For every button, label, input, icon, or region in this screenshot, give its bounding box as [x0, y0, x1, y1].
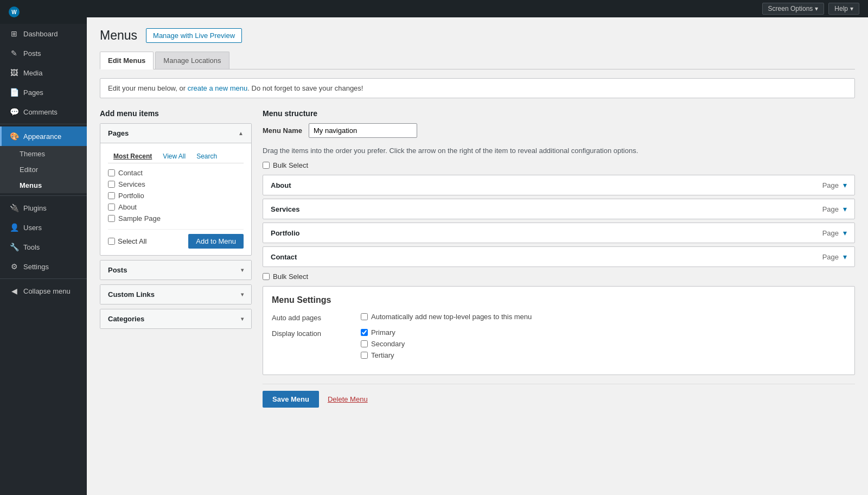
sidebar-item-label: Users [23, 224, 42, 232]
sidebar-item-appearance[interactable]: 🎨 Appearance [0, 126, 87, 146]
location-secondary-label: Secondary [371, 340, 405, 348]
help-button[interactable]: Help ▾ [828, 3, 859, 15]
location-primary-checkbox[interactable] [361, 329, 368, 336]
pages-item-portfolio[interactable]: Portfolio [108, 192, 244, 200]
sidebar-item-media[interactable]: 🖼 Media [0, 63, 87, 82]
delete-menu-button[interactable]: Delete Menu [328, 395, 368, 403]
categories-accordion-header[interactable]: Categories ▾ [100, 309, 251, 328]
screen-options-button[interactable]: Screen Options ▾ [762, 3, 825, 15]
users-icon: 👤 [9, 223, 19, 232]
location-tertiary-label: Tertiary [371, 351, 394, 359]
menu-item-portfolio-arrow-icon[interactable]: ▾ [843, 229, 847, 237]
two-col-layout: Add menu items Pages ▲ Most Recent View … [100, 109, 855, 408]
location-tertiary-checkbox[interactable] [361, 352, 368, 359]
plugins-icon: 🔌 [9, 204, 19, 212]
menu-name-row: Menu Name [263, 123, 855, 138]
menu-item-contact-arrow-icon[interactable]: ▾ [843, 252, 847, 261]
add-to-menu-button[interactable]: Add to Menu [188, 234, 244, 249]
sidebar-item-posts[interactable]: ✎ Posts [0, 43, 87, 63]
menu-settings-title: Menu Settings [272, 295, 846, 305]
menu-item-services-right: Page ▾ [822, 205, 847, 213]
menu-item-about-arrow-icon[interactable]: ▾ [843, 181, 847, 189]
categories-accordion: Categories ▾ [100, 309, 252, 329]
sidebar-item-comments[interactable]: 💬 Comments [0, 102, 87, 122]
menu-item-services-type: Page [822, 205, 839, 213]
sidebar-item-editor[interactable]: Editor [0, 162, 87, 177]
pages-checkbox-portfolio[interactable] [108, 192, 115, 199]
wp-icon: W [9, 7, 20, 17]
select-all-checkbox[interactable] [108, 238, 115, 245]
help-label: Help [834, 5, 848, 12]
subtab-most-recent[interactable]: Most Recent [108, 150, 157, 163]
display-location-label: Display location [272, 328, 348, 338]
display-location-row: Display location Primary Secondary [272, 328, 846, 359]
select-all-wrap[interactable]: Select All [108, 237, 146, 245]
appearance-icon: 🎨 [9, 132, 19, 141]
subtab-view-all[interactable]: View All [157, 150, 191, 163]
location-secondary-item[interactable]: Secondary [361, 340, 846, 348]
pages-accordion-label: Pages [108, 129, 129, 137]
bulk-select-bottom-checkbox[interactable] [263, 273, 270, 280]
pages-accordion-header[interactable]: Pages ▲ [100, 124, 251, 143]
pages-accordion-chevron-icon: ▲ [238, 130, 244, 136]
create-new-menu-link[interactable]: create a new menu [188, 84, 248, 92]
pages-item-about-label: About [118, 203, 137, 211]
save-menu-button[interactable]: Save Menu [263, 391, 319, 408]
auto-add-pages-item[interactable]: Automatically add new top-level pages to… [361, 313, 846, 321]
menu-item-portfolio[interactable]: Portfolio Page ▾ [263, 223, 855, 243]
subtab-search[interactable]: Search [191, 150, 222, 163]
tab-manage-locations[interactable]: Manage Locations [155, 52, 229, 69]
sidebar-item-menus[interactable]: Menus [0, 177, 87, 193]
sidebar-item-settings[interactable]: ⚙ Settings [0, 257, 87, 276]
sidebar-item-collapse[interactable]: ◀ Collapse menu [0, 281, 87, 301]
display-location-content: Primary Secondary Tertiary [361, 328, 846, 359]
menu-items-list: About Page ▾ Services Page ▾ [263, 175, 855, 267]
menu-item-contact[interactable]: Contact Page ▾ [263, 246, 855, 267]
pages-item-contact[interactable]: Contact [108, 169, 244, 177]
menu-item-contact-type: Page [822, 253, 839, 261]
bulk-select-top-checkbox[interactable] [263, 162, 270, 169]
auto-add-pages-checkbox[interactable] [361, 313, 368, 320]
menu-name-input[interactable] [309, 123, 417, 138]
drag-hint: Drag the items into the order you prefer… [263, 147, 855, 155]
pages-checkbox-about[interactable] [108, 204, 115, 211]
pages-checkbox-services[interactable] [108, 181, 115, 188]
info-text-before: Edit your menu below, or [108, 84, 188, 92]
sidebar-item-users[interactable]: 👤 Users [0, 218, 87, 237]
menu-item-contact-right: Page ▾ [822, 252, 847, 261]
bulk-select-bottom: Bulk Select [263, 272, 855, 281]
pages-checkbox-contact[interactable] [108, 169, 115, 176]
auto-add-pages-row: Auto add pages Automatically add new top… [272, 313, 846, 322]
sidebar-item-tools[interactable]: 🔧 Tools [0, 237, 87, 257]
menu-item-services-arrow-icon[interactable]: ▾ [843, 205, 847, 213]
pages-subtabs: Most Recent View All Search [108, 150, 244, 163]
categories-chevron-icon: ▾ [241, 316, 244, 322]
right-panel: Menu structure Menu Name Drag the items … [263, 109, 855, 408]
pages-checkbox-sample[interactable] [108, 215, 115, 222]
pages-item-services[interactable]: Services [108, 180, 244, 188]
sidebar-item-dashboard[interactable]: ⊞ Dashboard [0, 24, 87, 43]
pages-item-sample[interactable]: Sample Page [108, 214, 244, 223]
pages-item-about[interactable]: About [108, 203, 244, 211]
location-tertiary-item[interactable]: Tertiary [361, 351, 846, 359]
bulk-select-bottom-label: Bulk Select [273, 272, 308, 281]
menu-item-about-type: Page [822, 181, 839, 189]
location-secondary-checkbox[interactable] [361, 340, 368, 347]
pages-accordion: Pages ▲ Most Recent View All Search C [100, 123, 252, 256]
live-preview-button[interactable]: Manage with Live Preview [146, 28, 242, 43]
custom-links-accordion-header[interactable]: Custom Links ▾ [100, 285, 251, 304]
auto-add-pages-content: Automatically add new top-level pages to… [361, 313, 846, 321]
menu-item-about-label: About [271, 181, 291, 189]
page-title: Menus [100, 28, 137, 43]
sidebar-item-themes[interactable]: Themes [0, 146, 87, 162]
help-chevron-icon: ▾ [850, 5, 853, 12]
menu-item-about[interactable]: About Page ▾ [263, 175, 855, 195]
sidebar-item-pages[interactable]: 📄 Pages [0, 82, 87, 102]
sidebar-divider-3 [0, 278, 87, 279]
location-primary-item[interactable]: Primary [361, 328, 846, 337]
posts-accordion-header[interactable]: Posts ▾ [100, 261, 251, 280]
sidebar-item-plugins[interactable]: 🔌 Plugins [0, 198, 87, 218]
page-header: Menus Manage with Live Preview [100, 28, 855, 43]
menu-item-services[interactable]: Services Page ▾ [263, 199, 855, 219]
tab-edit-menus[interactable]: Edit Menus [100, 52, 154, 69]
